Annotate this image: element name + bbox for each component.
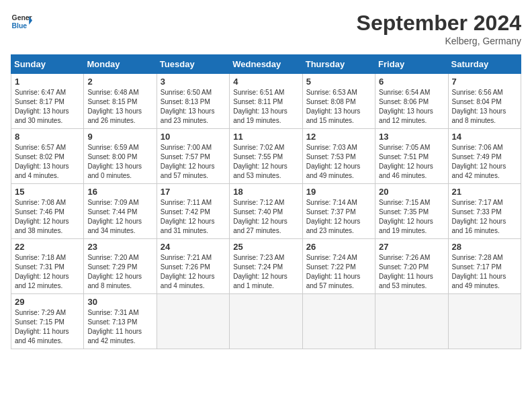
calendar-cell [448, 294, 521, 349]
calendar-cell: 3Sunrise: 6:50 AM Sunset: 8:13 PM Daylig… [157, 74, 229, 129]
calendar-cell: 26Sunrise: 7:24 AM Sunset: 7:22 PM Dayli… [302, 239, 375, 294]
day-number: 3 [161, 77, 226, 87]
day-number: 9 [87, 132, 152, 142]
cell-info: Sunrise: 6:56 AM Sunset: 8:04 PM Dayligh… [452, 88, 517, 126]
cell-info: Sunrise: 6:53 AM Sunset: 8:08 PM Dayligh… [306, 88, 371, 126]
month-year-title: September 2024 [357, 11, 521, 36]
cell-info: Sunrise: 6:51 AM Sunset: 8:11 PM Dayligh… [233, 88, 298, 126]
cell-info: Sunrise: 7:06 AM Sunset: 7:49 PM Dayligh… [452, 143, 517, 181]
day-number: 24 [161, 242, 226, 252]
calendar-cell: 17Sunrise: 7:11 AM Sunset: 7:42 PM Dayli… [157, 184, 229, 239]
header-cell-sunday: Sunday [11, 55, 84, 74]
day-number: 11 [233, 132, 298, 142]
day-number: 6 [379, 77, 444, 87]
day-number: 18 [233, 187, 298, 197]
day-number: 25 [233, 242, 298, 252]
calendar-cell [230, 294, 302, 349]
calendar-week-row: 29Sunrise: 7:29 AM Sunset: 7:15 PM Dayli… [11, 294, 521, 349]
cell-info: Sunrise: 6:57 AM Sunset: 8:02 PM Dayligh… [15, 143, 80, 181]
calendar-cell: 23Sunrise: 7:20 AM Sunset: 7:29 PM Dayli… [84, 239, 157, 294]
header-cell-saturday: Saturday [448, 55, 521, 74]
calendar-week-row: 22Sunrise: 7:18 AM Sunset: 7:31 PM Dayli… [11, 239, 521, 294]
calendar-header-row: SundayMondayTuesdayWednesdayThursdayFrid… [11, 55, 521, 74]
calendar-week-row: 15Sunrise: 7:08 AM Sunset: 7:46 PM Dayli… [11, 184, 521, 239]
calendar-cell: 16Sunrise: 7:09 AM Sunset: 7:44 PM Dayli… [84, 184, 157, 239]
cell-info: Sunrise: 7:00 AM Sunset: 7:57 PM Dayligh… [161, 143, 226, 181]
day-number: 10 [161, 132, 226, 142]
day-number: 14 [452, 132, 517, 142]
cell-info: Sunrise: 7:02 AM Sunset: 7:55 PM Dayligh… [233, 143, 298, 181]
calendar-cell: 18Sunrise: 7:12 AM Sunset: 7:40 PM Dayli… [230, 184, 302, 239]
day-number: 20 [379, 187, 444, 197]
cell-info: Sunrise: 6:50 AM Sunset: 8:13 PM Dayligh… [161, 88, 226, 126]
day-number: 1 [15, 77, 80, 87]
day-number: 17 [161, 187, 226, 197]
header-cell-friday: Friday [375, 55, 448, 74]
cell-info: Sunrise: 7:08 AM Sunset: 7:46 PM Dayligh… [15, 198, 80, 236]
calendar-cell: 11Sunrise: 7:02 AM Sunset: 7:55 PM Dayli… [230, 129, 302, 184]
day-number: 8 [15, 132, 80, 142]
cell-info: Sunrise: 7:28 AM Sunset: 7:17 PM Dayligh… [452, 253, 517, 291]
calendar-cell: 4Sunrise: 6:51 AM Sunset: 8:11 PM Daylig… [230, 74, 302, 129]
day-number: 2 [87, 77, 152, 87]
day-number: 23 [87, 242, 152, 252]
calendar-cell: 14Sunrise: 7:06 AM Sunset: 7:49 PM Dayli… [448, 129, 521, 184]
cell-info: Sunrise: 6:54 AM Sunset: 8:06 PM Dayligh… [379, 88, 444, 126]
day-number: 12 [306, 132, 371, 142]
day-number: 27 [379, 242, 444, 252]
cell-info: Sunrise: 7:12 AM Sunset: 7:40 PM Dayligh… [233, 198, 298, 236]
calendar-cell: 1Sunrise: 6:47 AM Sunset: 8:17 PM Daylig… [11, 74, 84, 129]
cell-info: Sunrise: 7:03 AM Sunset: 7:53 PM Dayligh… [306, 143, 371, 181]
cell-info: Sunrise: 7:23 AM Sunset: 7:24 PM Dayligh… [233, 253, 298, 291]
day-number: 7 [452, 77, 517, 87]
day-number: 30 [87, 297, 152, 307]
cell-info: Sunrise: 7:09 AM Sunset: 7:44 PM Dayligh… [87, 198, 152, 236]
calendar-cell: 29Sunrise: 7:29 AM Sunset: 7:15 PM Dayli… [11, 294, 84, 349]
calendar-cell: 13Sunrise: 7:05 AM Sunset: 7:51 PM Dayli… [375, 129, 448, 184]
calendar-cell: 28Sunrise: 7:28 AM Sunset: 7:17 PM Dayli… [448, 239, 521, 294]
calendar-cell: 15Sunrise: 7:08 AM Sunset: 7:46 PM Dayli… [11, 184, 84, 239]
cell-info: Sunrise: 7:20 AM Sunset: 7:29 PM Dayligh… [87, 253, 152, 291]
cell-info: Sunrise: 6:47 AM Sunset: 8:17 PM Dayligh… [15, 88, 80, 126]
day-number: 29 [15, 297, 80, 307]
cell-info: Sunrise: 7:18 AM Sunset: 7:31 PM Dayligh… [15, 253, 80, 291]
calendar-cell [375, 294, 448, 349]
calendar-cell: 2Sunrise: 6:48 AM Sunset: 8:15 PM Daylig… [84, 74, 157, 129]
logo-icon: General Blue [11, 11, 32, 32]
cell-info: Sunrise: 7:14 AM Sunset: 7:37 PM Dayligh… [306, 198, 371, 236]
calendar-cell: 30Sunrise: 7:31 AM Sunset: 7:13 PM Dayli… [84, 294, 157, 349]
cell-info: Sunrise: 7:15 AM Sunset: 7:35 PM Dayligh… [379, 198, 444, 236]
header-cell-monday: Monday [84, 55, 157, 74]
cell-info: Sunrise: 7:21 AM Sunset: 7:26 PM Dayligh… [161, 253, 226, 291]
day-number: 13 [379, 132, 444, 142]
calendar-cell: 22Sunrise: 7:18 AM Sunset: 7:31 PM Dayli… [11, 239, 84, 294]
calendar-cell: 8Sunrise: 6:57 AM Sunset: 8:02 PM Daylig… [11, 129, 84, 184]
calendar-cell: 27Sunrise: 7:26 AM Sunset: 7:20 PM Dayli… [375, 239, 448, 294]
calendar-cell: 24Sunrise: 7:21 AM Sunset: 7:26 PM Dayli… [157, 239, 229, 294]
cell-info: Sunrise: 7:31 AM Sunset: 7:13 PM Dayligh… [87, 308, 152, 346]
header-cell-wednesday: Wednesday [230, 55, 302, 74]
calendar-cell: 6Sunrise: 6:54 AM Sunset: 8:06 PM Daylig… [375, 74, 448, 129]
day-number: 4 [233, 77, 298, 87]
calendar-cell: 10Sunrise: 7:00 AM Sunset: 7:57 PM Dayli… [157, 129, 229, 184]
calendar-week-row: 8Sunrise: 6:57 AM Sunset: 8:02 PM Daylig… [11, 129, 521, 184]
cell-info: Sunrise: 6:59 AM Sunset: 8:00 PM Dayligh… [87, 143, 152, 181]
cell-info: Sunrise: 6:48 AM Sunset: 8:15 PM Dayligh… [87, 88, 152, 126]
calendar-cell: 20Sunrise: 7:15 AM Sunset: 7:35 PM Dayli… [375, 184, 448, 239]
calendar-table: SundayMondayTuesdayWednesdayThursdayFrid… [11, 54, 521, 349]
calendar-cell: 9Sunrise: 6:59 AM Sunset: 8:00 PM Daylig… [84, 129, 157, 184]
calendar-cell: 25Sunrise: 7:23 AM Sunset: 7:24 PM Dayli… [230, 239, 302, 294]
calendar-cell [157, 294, 229, 349]
calendar-cell [302, 294, 375, 349]
calendar-week-row: 1Sunrise: 6:47 AM Sunset: 8:17 PM Daylig… [11, 74, 521, 129]
page-header: General Blue September 2024 Kelberg, Ger… [11, 11, 521, 46]
location-subtitle: Kelberg, Germany [357, 36, 521, 46]
day-number: 28 [452, 242, 517, 252]
cell-info: Sunrise: 7:11 AM Sunset: 7:42 PM Dayligh… [161, 198, 226, 236]
logo: General Blue [11, 11, 32, 32]
cell-info: Sunrise: 7:29 AM Sunset: 7:15 PM Dayligh… [15, 308, 80, 346]
title-block: September 2024 Kelberg, Germany [357, 11, 521, 46]
header-cell-thursday: Thursday [302, 55, 375, 74]
cell-info: Sunrise: 7:17 AM Sunset: 7:33 PM Dayligh… [452, 198, 517, 236]
day-number: 5 [306, 77, 371, 87]
